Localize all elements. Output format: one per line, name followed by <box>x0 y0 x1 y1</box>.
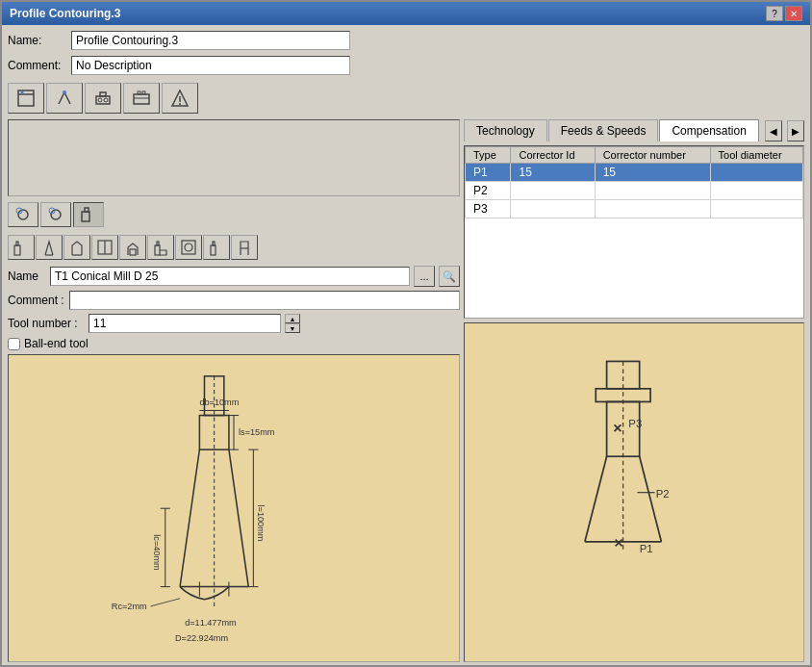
table-row[interactable]: P1 15 15 <box>466 164 803 182</box>
name-row: Name: <box>8 31 804 50</box>
tool-name-label: Name <box>8 269 46 283</box>
toolbar-btn-0[interactable] <box>8 83 44 114</box>
zoom-button[interactable]: 🔍 <box>439 266 460 287</box>
row-p2-tool-diameter <box>710 182 802 200</box>
tool-name-input[interactable] <box>50 267 410 286</box>
p3-label: P3 <box>628 418 642 429</box>
tab-nav-left[interactable]: ◀ <box>765 120 782 141</box>
tool-icon-1[interactable] <box>36 235 63 260</box>
svg-rect-5 <box>100 92 106 96</box>
svg-line-42 <box>229 449 248 586</box>
table-row[interactable]: P2 <box>466 182 803 200</box>
tool-number-input[interactable] <box>89 314 281 333</box>
col-corrector-number: Corrector number <box>595 147 710 164</box>
close-button[interactable]: ✕ <box>785 6 802 21</box>
table-row[interactable]: P3 <box>466 200 803 218</box>
svg-rect-19 <box>82 212 89 221</box>
tool-icon-5[interactable] <box>147 235 174 260</box>
svg-rect-29 <box>157 242 159 245</box>
svg-rect-33 <box>213 242 215 245</box>
col-tool-diameter: Tool diameter <box>710 147 802 164</box>
tab-technology[interactable]: Technology <box>464 119 547 141</box>
tool-icon-7[interactable] <box>203 235 230 260</box>
svg-rect-21 <box>14 245 20 255</box>
toolbar-btn-1[interactable] <box>46 83 83 114</box>
ls-label: ls=15mm <box>239 427 275 437</box>
tab-compensation[interactable]: Compensation <box>659 119 758 141</box>
comment-input[interactable] <box>71 56 350 75</box>
tool-icon-8[interactable] <box>231 235 258 260</box>
right-panel: Technology Feeds & Speeds Compensation ◀… <box>464 119 804 662</box>
tab-nav-right[interactable]: ▶ <box>787 120 804 141</box>
p2-label: P2 <box>656 488 670 500</box>
name-label: Name: <box>8 34 65 47</box>
svg-line-58 <box>585 456 607 542</box>
sub-toolbar <box>8 200 460 229</box>
comp-table: Type Corrector Id Corrector number Tool … <box>465 146 803 218</box>
comment-label: Comment: <box>8 59 65 72</box>
row-p2-corrector-number <box>595 182 710 200</box>
svg-line-41 <box>180 449 199 586</box>
comp-table-container: Type Corrector Id Corrector number Tool … <box>464 145 804 319</box>
ball-end-label: Ball-end tool <box>24 337 89 350</box>
svg-point-3 <box>63 90 66 94</box>
svg-rect-28 <box>155 245 160 255</box>
svg-rect-30 <box>182 241 195 254</box>
svg-rect-10 <box>138 91 140 94</box>
spin-down[interactable]: ▼ <box>285 323 300 333</box>
row-p1-tool-diameter <box>710 164 802 182</box>
svg-point-17 <box>51 210 61 219</box>
tool-icons-row <box>8 233 460 262</box>
toolbar-btn-2[interactable] <box>85 83 121 114</box>
tool-diagram: P3 P2 P1 <box>464 322 804 662</box>
title-bar: Profile Contouring.3 ? ✕ <box>2 2 810 25</box>
spin-up[interactable]: ▲ <box>285 314 300 323</box>
row-p3-corrector-number <box>595 200 710 218</box>
svg-rect-0 <box>18 90 34 106</box>
svg-line-51 <box>151 599 181 606</box>
name-input[interactable] <box>71 31 350 50</box>
toolbar-row <box>8 81 804 115</box>
svg-rect-27 <box>130 249 136 255</box>
toolbar-btn-3[interactable] <box>123 83 160 114</box>
tool-icon-4[interactable] <box>119 235 146 260</box>
db-label: db=10mm <box>199 398 239 407</box>
tool-number-label: Tool number : <box>8 317 85 330</box>
p1-label: P1 <box>640 543 653 554</box>
tool-drawing: ls=15mm db=10mm <box>8 354 460 662</box>
help-button[interactable]: ? <box>766 6 783 21</box>
sub-btn-0[interactable] <box>8 202 38 227</box>
tool-icon-3[interactable] <box>91 235 118 260</box>
svg-point-6 <box>98 98 102 102</box>
svg-point-31 <box>185 244 192 251</box>
toolbar-btn-4[interactable] <box>162 83 198 114</box>
tool-number-row: Tool number : ▲ ▼ <box>8 314 460 333</box>
svg-rect-11 <box>142 91 145 94</box>
ball-end-checkbox[interactable] <box>8 338 20 350</box>
tool-icon-2[interactable] <box>63 235 90 260</box>
svg-rect-8 <box>134 94 149 104</box>
tool-comment-input[interactable] <box>69 291 460 310</box>
tool-comment-row: Comment : <box>8 291 460 310</box>
main-area: Name ... 🔍 Comment : Tool number : ▲ <box>8 119 804 662</box>
svg-point-2 <box>21 91 24 94</box>
sub-btn-2[interactable] <box>73 202 104 227</box>
tab-feeds-speeds[interactable]: Feeds & Speeds <box>548 119 659 141</box>
comment-row: Comment: <box>8 56 804 75</box>
row-p1-corrector-number: 15 <box>595 164 710 182</box>
rc-label: Rc=2mm <box>112 602 147 611</box>
left-panel: Name ... 🔍 Comment : Tool number : ▲ <box>8 119 460 662</box>
browse-button[interactable]: ... <box>414 266 435 287</box>
title-bar-left: Profile Contouring.3 <box>10 7 120 20</box>
d-label: d=11.477mm <box>185 618 237 628</box>
sub-btn-1[interactable] <box>40 202 71 227</box>
tool-icon-6[interactable] <box>175 235 202 260</box>
row-p3-type: P3 <box>466 200 511 218</box>
row-p2-corrector-id <box>511 182 595 200</box>
row-p3-tool-diameter <box>710 200 802 218</box>
window-title: Profile Contouring.3 <box>10 7 120 20</box>
tool-icon-0[interactable] <box>8 235 35 260</box>
svg-point-15 <box>18 210 28 219</box>
svg-rect-22 <box>16 242 18 245</box>
svg-rect-32 <box>211 245 216 255</box>
